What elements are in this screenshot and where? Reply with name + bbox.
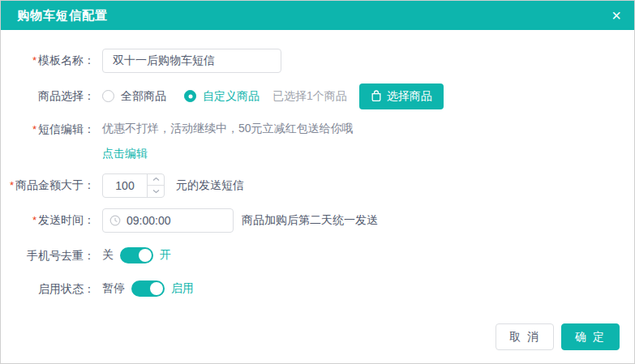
enable-on-label: 启用 (171, 281, 194, 296)
radio-custom-products-label: 自定义商品 (203, 89, 260, 104)
send-time-value: 09:00:00 (127, 214, 171, 227)
radio-icon (102, 90, 114, 102)
shopping-bag-icon (371, 90, 382, 102)
enable-status-toggle[interactable] (131, 280, 165, 297)
template-name-input[interactable] (102, 49, 281, 73)
product-select-label: 商品选择： (9, 83, 95, 109)
amount-row: *商品金额大于： 100 元的发送短信 (9, 173, 634, 198)
send-time-label: *发送时间： (9, 208, 95, 233)
phone-dedupe-row: 手机号去重： 关 开 (9, 246, 634, 265)
phone-dedupe-toggle[interactable] (120, 247, 153, 263)
send-time-input[interactable]: 09:00:00 (102, 208, 234, 233)
choose-products-button[interactable]: 选择商品 (359, 84, 444, 109)
required-mark: * (32, 214, 36, 226)
confirm-button[interactable]: 确 定 (561, 323, 620, 350)
enable-status-label: 启用状态： (9, 280, 95, 298)
amount-value: 100 (103, 174, 147, 197)
sms-edit-link[interactable]: 点击编辑 (102, 145, 148, 161)
amount-label: *商品金额大于： (9, 173, 95, 198)
clock-icon (109, 215, 121, 226)
stepper-up-icon[interactable] (148, 174, 164, 186)
close-icon[interactable]: × (611, 7, 621, 24)
selected-count-hint: 已选择1个商品 (272, 89, 347, 104)
modal-title: 购物车短信配置 (17, 8, 108, 24)
amount-suffix-text: 元的发送短信 (176, 178, 244, 193)
phone-dedupe-label: 手机号去重： (9, 246, 95, 265)
required-mark: * (10, 179, 14, 191)
modal-header: 购物车短信配置 × (1, 1, 634, 30)
toggle-knob (150, 282, 163, 295)
product-select-row: 商品选择： 全部商品 自定义商品 已选择1个商品 选择商品 (9, 83, 634, 109)
radio-icon (184, 90, 196, 102)
dedupe-off-label: 关 (102, 248, 114, 263)
sms-content-text: 优惠不打烊，活动继续中，50元立减红包送给你哦 (102, 120, 354, 136)
toggle-knob (139, 249, 152, 262)
enable-off-label: 暂停 (102, 281, 125, 296)
radio-all-products-label: 全部商品 (121, 89, 166, 104)
enable-status-row: 启用状态： 暂停 启用 (9, 279, 634, 298)
cart-sms-config-modal: 购物车短信配置 × *模板名称： 商品选择： 全部商品 自定义商品 (0, 0, 635, 364)
cancel-button[interactable]: 取 消 (496, 323, 554, 350)
required-mark: * (32, 54, 36, 66)
config-form: *模板名称： 商品选择： 全部商品 自定义商品 已选择1个商品 (1, 30, 634, 298)
template-name-row: *模板名称： (9, 48, 634, 73)
send-time-hint: 商品加购后第二天统一发送 (242, 213, 378, 228)
modal-footer: 取 消 确 定 (496, 323, 620, 350)
sms-edit-row: *短信编辑： 优惠不打烊，活动继续中，50元立减红包送给你哦 点击编辑 (9, 120, 634, 161)
dedupe-on-label: 开 (160, 248, 171, 263)
send-time-row: *发送时间： 09:00:00 商品加购后第二天统一发送 (9, 208, 634, 233)
amount-input[interactable]: 100 (102, 173, 165, 198)
sms-edit-label: *短信编辑： (9, 120, 95, 138)
template-name-label: *模板名称： (9, 48, 95, 73)
amount-stepper (147, 174, 164, 197)
radio-custom-products[interactable]: 自定义商品 (184, 89, 260, 104)
required-mark: * (32, 123, 36, 135)
stepper-down-icon[interactable] (148, 186, 164, 197)
radio-all-products[interactable]: 全部商品 (102, 89, 166, 104)
